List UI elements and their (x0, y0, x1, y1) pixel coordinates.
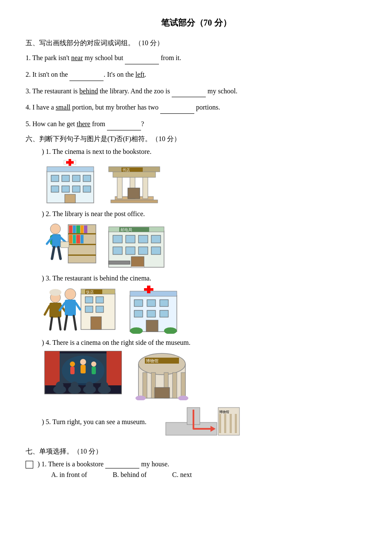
underline-left: left (135, 71, 144, 78)
svg-text:邮电局: 邮电局 (121, 228, 132, 232)
svg-rect-67 (96, 306, 104, 312)
q7-1-bracket[interactable] (26, 461, 33, 468)
section-5-title: 五、写出画线部分的对应词或词组。（10 分） (26, 39, 366, 48)
choice-7-1-a[interactable]: A. in front of (51, 471, 87, 479)
museum-img: 博物馆 (132, 349, 192, 400)
section-7: 七、单项选择。（10 分） ) 1. There is a bookstore … (26, 447, 366, 479)
blank-7-1[interactable] (105, 461, 139, 468)
blank-5-4[interactable] (160, 106, 194, 114)
map-img: 博物馆 (164, 405, 240, 439)
img-row-3: 饭店 (43, 285, 366, 334)
svg-rect-31 (81, 225, 84, 233)
svg-point-113 (101, 382, 108, 389)
svg-line-81 (74, 316, 76, 330)
svg-rect-89 (134, 310, 143, 317)
underline-small: small (56, 104, 71, 111)
underline-near: near (71, 54, 83, 61)
svg-point-76 (65, 289, 76, 300)
svg-rect-68 (91, 317, 101, 330)
judge-item-4: ) 4. There is a cinema on the right side… (26, 339, 366, 347)
bracket-4[interactable] (26, 339, 38, 347)
svg-rect-85 (144, 288, 153, 291)
q7-1: ) 1. There is a bookstore my house. (26, 460, 366, 468)
svg-rect-101 (70, 367, 75, 374)
svg-rect-58 (109, 261, 130, 264)
svg-rect-9 (51, 186, 59, 192)
svg-rect-52 (151, 235, 161, 243)
cinema-img (43, 349, 124, 400)
img-row-1: 书店 (43, 158, 366, 205)
svg-rect-34 (73, 235, 76, 243)
svg-rect-91 (160, 310, 168, 317)
q7-1-choices: A. in front of B. behind of C. next (51, 471, 366, 479)
svg-rect-32 (84, 225, 87, 233)
svg-rect-18 (143, 175, 148, 199)
bracket-5[interactable] (26, 418, 38, 426)
underline-behind: behind (79, 87, 98, 95)
library-img (43, 220, 98, 269)
svg-rect-5 (51, 175, 59, 182)
postoffice-img: 邮电局 (107, 220, 166, 269)
q5-1: 1. The park isn't near my school but fro… (26, 52, 366, 64)
bracket-1[interactable] (26, 148, 38, 156)
blank-5-1[interactable] (125, 57, 159, 64)
svg-rect-132 (224, 414, 226, 433)
svg-rect-27 (68, 254, 96, 256)
section-5: 五、写出画线部分的对应词或词组。（10 分） 1. The park isn't… (26, 39, 366, 130)
svg-rect-83 (130, 291, 177, 296)
svg-rect-23 (128, 188, 140, 199)
svg-point-102 (80, 359, 86, 365)
svg-point-104 (91, 361, 96, 367)
svg-point-115 (138, 353, 185, 375)
svg-rect-26 (68, 244, 96, 245)
svg-rect-12 (83, 186, 91, 192)
svg-point-111 (71, 382, 78, 389)
svg-text:博物馆: 博物馆 (146, 358, 159, 363)
blank-5-2[interactable] (69, 73, 104, 81)
blank-5-3[interactable] (172, 90, 206, 97)
svg-rect-29 (73, 225, 76, 233)
svg-rect-35 (76, 235, 80, 243)
svg-rect-59 (131, 266, 144, 268)
svg-rect-134 (235, 414, 237, 433)
svg-rect-55 (138, 247, 148, 254)
svg-rect-90 (147, 310, 156, 317)
blank-5-5[interactable] (107, 123, 141, 130)
svg-rect-13 (65, 194, 75, 203)
svg-rect-11 (72, 186, 80, 192)
svg-rect-25 (68, 233, 96, 234)
svg-line-80 (65, 316, 67, 330)
svg-rect-16 (117, 175, 122, 199)
bracket-3[interactable] (26, 275, 38, 282)
svg-rect-97 (107, 351, 121, 385)
svg-rect-133 (230, 414, 232, 433)
q5-5: 5. How can he get there from ? (26, 118, 366, 130)
svg-rect-7 (72, 175, 80, 182)
choice-7-1-c[interactable]: C. next (172, 471, 192, 479)
svg-rect-118 (143, 373, 147, 398)
bracket-2[interactable] (26, 210, 38, 218)
svg-rect-105 (92, 367, 96, 374)
svg-rect-30 (76, 225, 80, 233)
svg-line-72 (45, 306, 49, 315)
svg-line-43 (52, 247, 54, 259)
svg-point-100 (70, 361, 75, 367)
svg-point-112 (86, 382, 93, 389)
svg-rect-39 (52, 234, 61, 247)
svg-rect-53 (113, 247, 122, 254)
svg-line-74 (50, 318, 52, 330)
svg-line-79 (76, 303, 80, 309)
section-7-title: 七、单项选择。（10 分） (26, 447, 366, 456)
q5-3: 3. The restaurant is behind the library.… (26, 85, 366, 98)
judge-item-3: ) 3. The restaurant is behind the cinema… (26, 275, 366, 282)
svg-rect-50 (126, 235, 135, 243)
svg-rect-54 (126, 247, 135, 254)
svg-rect-96 (45, 351, 60, 385)
section-6: 六、判断下列句子与图片是(T)否(F)相符。（10 分） ) 1. The ci… (26, 135, 366, 439)
choice-7-1-b[interactable]: B. behind of (112, 471, 147, 479)
svg-rect-4 (66, 161, 74, 164)
svg-rect-121 (173, 373, 177, 398)
svg-rect-28 (69, 225, 72, 233)
svg-rect-33 (69, 235, 72, 243)
svg-rect-86 (134, 300, 143, 306)
